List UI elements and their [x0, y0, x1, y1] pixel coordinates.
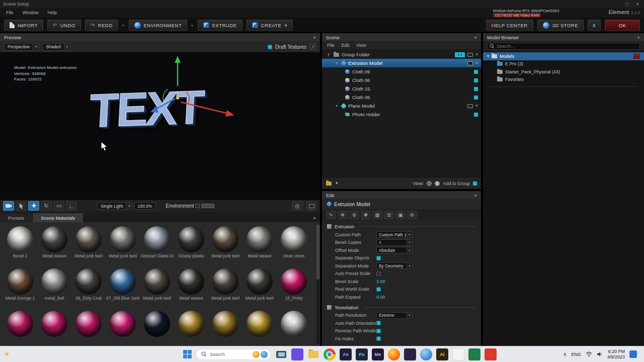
environment-slider[interactable]	[201, 204, 214, 208]
chrome-icon[interactable]	[324, 348, 336, 360]
edit-tool-icon[interactable]: ✎	[326, 211, 336, 219]
reverse-path-winding-checkbox[interactable]	[376, 329, 381, 333]
photoshop-icon[interactable]: Ps	[356, 348, 368, 360]
solo-view-icon[interactable]	[467, 53, 473, 57]
add-to-group-toggle[interactable]	[473, 182, 477, 186]
delete-icon[interactable]: ×	[475, 61, 478, 65]
rotate-tool-button[interactable]: ↻	[41, 201, 52, 211]
scene-menu-edit[interactable]: Edit	[342, 43, 350, 48]
weather-widget-icon[interactable]: ☀	[4, 350, 10, 358]
material-item[interactable]	[208, 308, 243, 346]
light-mode-dropdown[interactable]: Single Light▾	[97, 202, 132, 210]
tree-item-favorites[interactable]: Favorites	[483, 76, 644, 84]
tree-item-photo-holder[interactable]: Photo Holder	[322, 110, 481, 119]
tree-item-cloth-09[interactable]: Cloth 09	[322, 67, 481, 76]
tree-item-cloth-06-2[interactable]: Cloth 06	[322, 93, 481, 102]
3d-viewport[interactable]: Model: Extrusion Model.extrusion Vertice…	[0, 52, 320, 199]
material-item[interactable]	[277, 308, 311, 346]
bevel-tool-icon[interactable]: ▣	[395, 211, 406, 219]
taskbar-app-icon[interactable]	[485, 348, 497, 360]
visibility-toggle[interactable]	[474, 96, 478, 100]
tab-presets[interactable]: Presets	[0, 213, 33, 222]
fix-holes-checkbox[interactable]	[376, 336, 381, 341]
separation-mode-dropdown[interactable]: By Geometry▾	[376, 262, 413, 269]
redo-button[interactable]: ↷REDO	[85, 20, 118, 31]
material-item[interactable]: Metal weave	[37, 223, 71, 265]
scrollbar-thumb[interactable]	[316, 224, 319, 280]
taskbar-app-icon[interactable]	[291, 348, 303, 360]
cancel-button[interactable]: X	[588, 20, 601, 31]
material-item[interactable]: 15_Pinky	[277, 265, 311, 308]
taskbar-app-icon[interactable]	[420, 348, 432, 360]
hierarchy-tool-icon[interactable]: ❖	[338, 211, 348, 219]
light-intensity-value[interactable]: 100.0%	[134, 202, 155, 210]
real-world-scale-checkbox[interactable]	[376, 287, 381, 292]
screen-mirror-app-icon[interactable]	[275, 348, 287, 360]
scene-menu-file[interactable]: File	[327, 43, 335, 48]
tree-item-models[interactable]: ▾ Models	[483, 52, 644, 60]
material-item[interactable]: Metal Grunge 1	[3, 265, 37, 308]
material-item[interactable]: Bevel 1	[3, 223, 37, 265]
material-item[interactable]: Metal junk twirl	[208, 223, 243, 265]
tree-item-cloth-06[interactable]: Cloth 06	[322, 76, 481, 84]
pattern-tool-icon[interactable]: ✱	[361, 211, 371, 219]
material-item[interactable]	[37, 308, 71, 346]
menu-help[interactable]: Help	[48, 10, 57, 15]
transform-gizmo[interactable]	[130, 54, 251, 139]
custom-path-dropdown[interactable]: Custom Path 1▾	[376, 231, 413, 238]
help-center-button[interactable]: HELP CENTER	[486, 20, 533, 31]
material-item[interactable]	[3, 308, 37, 346]
auto-path-orientation-checkbox[interactable]	[376, 321, 381, 325]
taskbar-app-icon[interactable]	[404, 348, 416, 360]
camera-tool-button[interactable]	[3, 201, 14, 211]
restore-window-button[interactable]: □	[626, 2, 629, 7]
expander-icon[interactable]: ▾	[487, 54, 489, 58]
materials-scrollbar[interactable]	[316, 223, 319, 344]
expander-icon[interactable]: ▾	[326, 52, 331, 57]
bevel-scale-value[interactable]: 3.00	[376, 279, 385, 284]
material-item[interactable]: Glossy plastic	[174, 223, 208, 265]
draft-textures-checkbox[interactable]	[268, 45, 272, 49]
material-item[interactable]: Metal weave	[174, 265, 208, 308]
material-item[interactable]: Metal junk twirl	[71, 223, 106, 265]
separate-objects-checkbox[interactable]	[376, 256, 381, 260]
tile-tool-icon[interactable]: ⊞	[384, 211, 394, 219]
material-item[interactable]: 07_Old Blue Junk	[106, 265, 140, 308]
material-item[interactable]: Abstract Glass 01	[140, 223, 174, 265]
panel-expand-icon[interactable]: ▸	[313, 35, 316, 40]
panel-expand-icon[interactable]: ▸	[474, 193, 477, 198]
focus-target-button[interactable]: ◎	[292, 201, 303, 211]
move-tool-button[interactable]: ✚	[28, 201, 39, 211]
shading-mode-dropdown[interactable]: Shaded▾	[42, 43, 70, 51]
tree-item-plane-model[interactable]: ▾ Plane Model ×	[322, 102, 481, 110]
add-tool-icon[interactable]: ⊕	[349, 211, 359, 219]
axis-tool-button[interactable]: ∟	[66, 201, 77, 211]
environment-checkbox[interactable]	[195, 204, 200, 208]
material-item[interactable]	[140, 308, 174, 346]
notifications-badge[interactable]	[629, 350, 637, 358]
tree-item-group-folder[interactable]: ▾ Group Folder 1▾ ×	[322, 50, 481, 59]
solo-view-icon[interactable]	[467, 61, 473, 65]
path-resolution-dropdown[interactable]: Extreme▾	[376, 312, 413, 319]
tree-item-starter-pack[interactable]: Starter_Pack_Physical (43)	[483, 68, 644, 76]
expander-icon[interactable]: ▾	[334, 104, 339, 108]
tree-item-cloth-15[interactable]: Cloth 15	[322, 84, 481, 93]
file-explorer-icon[interactable]	[307, 348, 319, 360]
after-effects-icon[interactable]: Ae	[340, 348, 352, 360]
visibility-toggle[interactable]	[474, 113, 478, 117]
select-tool-button[interactable]	[16, 201, 27, 211]
fullscreen-preview-button[interactable]	[306, 201, 317, 211]
group-count-badge[interactable]: 1▾	[455, 52, 465, 57]
bevel-copies-dropdown[interactable]: 4▾	[376, 239, 413, 246]
delete-icon[interactable]: ×	[475, 104, 478, 108]
settings-gear-icon[interactable]: ⚙	[407, 211, 417, 219]
material-item[interactable]	[243, 308, 277, 346]
material-item[interactable]: Metal junk twirl	[140, 265, 174, 308]
material-item[interactable]	[106, 308, 140, 346]
environment-button[interactable]: ENVIRONMENT	[129, 20, 188, 31]
scale-tool-button[interactable]: ▭	[53, 201, 64, 211]
visibility-toggle[interactable]	[474, 87, 478, 91]
add-to-group-label[interactable]: Add to Group	[443, 181, 470, 186]
material-item[interactable]: Metal junk twirl	[208, 265, 243, 308]
scene-menu-view[interactable]: View	[356, 43, 366, 48]
